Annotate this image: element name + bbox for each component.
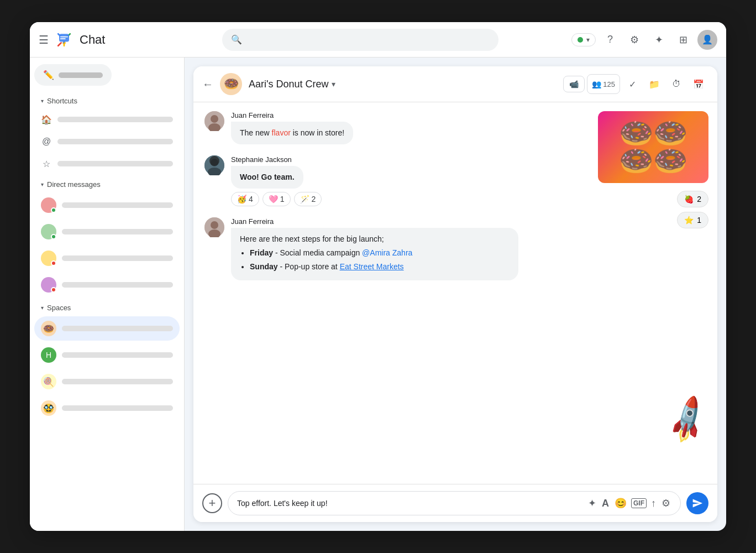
reaction-wand[interactable]: 🪄 2 bbox=[294, 192, 322, 206]
help-icon[interactable]: ? bbox=[600, 30, 620, 50]
chat-header: ← 🍩 Aari's Donut Crew ▾ 📹 👥 125 ✓ bbox=[193, 66, 717, 102]
format-text-icon[interactable]: A bbox=[601, 497, 610, 510]
dm-name-2 bbox=[62, 229, 173, 234]
video-icon: 📹 bbox=[569, 80, 579, 88]
msg-content-2: Stephanie Jackson Woo! Go team. 🥳 4 🩷 bbox=[231, 155, 518, 206]
donut-photo: 🍩🍩🍩🍩 bbox=[598, 111, 708, 183]
settings-icon[interactable]: ⚙ bbox=[624, 30, 644, 50]
space-avatar-h: H bbox=[41, 347, 56, 363]
upload-icon[interactable]: ↑ bbox=[650, 497, 657, 510]
space-item-donuts[interactable]: 🍩 bbox=[34, 316, 180, 341]
reactions-row: 🥳 4 🩷 1 🪄 2 bbox=[231, 192, 518, 206]
space-avatar-donuts: 🍩 bbox=[41, 321, 56, 336]
steps-intro: Here are the next steps for the big laun… bbox=[240, 233, 510, 245]
add-attachment-button[interactable]: + bbox=[202, 493, 222, 513]
heart-emoji: 🩷 bbox=[269, 195, 278, 204]
status-dot bbox=[578, 37, 583, 43]
msg-avatar-stephanie bbox=[204, 155, 224, 175]
dm-item-2[interactable] bbox=[34, 220, 180, 244]
chevron-down-icon: ▾ bbox=[586, 36, 590, 44]
msg-text-before-flavor: The new bbox=[240, 128, 272, 137]
msg-content-1: Juan Ferreira The new flavor is now in s… bbox=[231, 111, 518, 144]
side-reactions: 🍓 2 ⭐ 1 bbox=[677, 191, 708, 228]
space-item-disguise[interactable]: 🥸 bbox=[34, 396, 180, 420]
shortcuts-section-header[interactable]: ▾ Shortcuts bbox=[34, 92, 180, 107]
dm-name-3 bbox=[62, 255, 173, 261]
star-count: 1 bbox=[697, 216, 701, 225]
msg-bubble-1: The new flavor is now in store! bbox=[231, 122, 353, 144]
side-reaction-strawberry[interactable]: 🍓 2 bbox=[677, 191, 708, 207]
msg-content-3: Juan Ferreira Here are the next steps fo… bbox=[231, 217, 518, 280]
notification-badge-2 bbox=[51, 287, 56, 293]
shortcuts-label: Shortcuts bbox=[47, 97, 77, 105]
send-button[interactable] bbox=[686, 492, 708, 514]
space-item-candy[interactable]: 🍭 bbox=[34, 369, 180, 394]
calendar-button[interactable]: 📅 bbox=[689, 74, 708, 94]
space-item-h[interactable]: H bbox=[34, 343, 180, 367]
msg-bubble-2: Woo! Go team. bbox=[231, 166, 303, 189]
back-button[interactable]: ← bbox=[202, 78, 213, 91]
dm-item-3[interactable] bbox=[34, 246, 180, 270]
sidebar: ✏️ ▾ Shortcuts 🏠 @ ☆ ▾ bbox=[30, 58, 185, 531]
amira-mention[interactable]: @Amira Zahra bbox=[362, 248, 412, 257]
messages-area: 🍩🍩🍩🍩 🍓 2 ⭐ 1 bbox=[193, 102, 717, 484]
header-actions: 📹 👥 125 ✓ 📁 ⏱ � bbox=[563, 74, 708, 94]
dm-section-label: Direct messages bbox=[47, 180, 101, 189]
svg-point-12 bbox=[211, 221, 218, 229]
side-reaction-star[interactable]: ⭐ 1 bbox=[677, 212, 708, 228]
chat-panel: ← 🍩 Aari's Donut Crew ▾ 📹 👥 125 ✓ bbox=[193, 66, 717, 522]
search-bar[interactable]: 🔍 bbox=[222, 29, 498, 51]
dm-item-1[interactable] bbox=[34, 193, 180, 217]
top-bar-right: ▾ ? ⚙ ✦ ⊞ 👤 bbox=[571, 30, 717, 50]
home-icon: 🏠 bbox=[41, 114, 52, 125]
chat-name[interactable]: Aari's Donut Crew ▾ bbox=[249, 79, 335, 90]
wand-count: 2 bbox=[312, 195, 316, 204]
new-chat-icon: ✏️ bbox=[43, 70, 54, 80]
reaction-heart[interactable]: 🩷 1 bbox=[262, 192, 291, 206]
strawberry-count: 2 bbox=[697, 195, 701, 204]
input-toolbar: ✦ A 😊 GIF ↑ ⚙ bbox=[587, 496, 671, 510]
emoji-picker-icon[interactable]: 😊 bbox=[613, 496, 628, 510]
dm-item-4[interactable] bbox=[34, 273, 180, 297]
shortcut-home[interactable]: 🏠 bbox=[34, 109, 180, 129]
space-name-candy bbox=[62, 379, 173, 384]
gif-button[interactable]: GIF bbox=[631, 498, 647, 508]
dm-avatar-4 bbox=[41, 277, 56, 293]
wand-emoji: 🪄 bbox=[300, 195, 309, 204]
members-button[interactable]: 👥 125 bbox=[587, 74, 620, 94]
search-input[interactable] bbox=[246, 35, 490, 44]
new-chat-label bbox=[59, 72, 103, 78]
folder-icon: 📁 bbox=[649, 79, 660, 90]
timer-button[interactable]: ⏱ bbox=[666, 74, 686, 94]
grid-icon[interactable]: ⊞ bbox=[673, 30, 693, 50]
chat-name-chevron: ▾ bbox=[332, 80, 335, 88]
more-options-icon[interactable]: ⚙ bbox=[660, 496, 671, 510]
sunday-text: - Pop-up store at bbox=[280, 262, 339, 271]
spaces-section-header[interactable]: ▾ Spaces bbox=[34, 299, 180, 314]
menu-icon[interactable]: ☰ bbox=[39, 33, 49, 46]
dm-section-header[interactable]: ▾ Direct messages bbox=[34, 176, 180, 191]
sparkle-input-icon[interactable]: ✦ bbox=[587, 496, 597, 510]
members-count: 125 bbox=[603, 80, 615, 88]
svg-point-5 bbox=[211, 115, 218, 123]
donut-photo-emoji: 🍩🍩🍩🍩 bbox=[619, 119, 687, 175]
sparkle-icon[interactable]: ✦ bbox=[649, 30, 669, 50]
video-call-button[interactable]: 📹 bbox=[563, 76, 585, 92]
shortcut-starred[interactable]: ☆ bbox=[34, 154, 180, 174]
chat-logo bbox=[54, 30, 74, 50]
user-avatar[interactable]: 👤 bbox=[697, 30, 717, 50]
tasks-button[interactable]: ✓ bbox=[622, 74, 642, 94]
shortcut-mentions[interactable]: @ bbox=[34, 132, 180, 152]
eat-street-link[interactable]: Eat Street Markets bbox=[340, 262, 404, 271]
space-name-h bbox=[62, 352, 173, 358]
svg-point-10 bbox=[209, 156, 219, 166]
new-chat-button[interactable]: ✏️ bbox=[34, 64, 112, 86]
main-content: ✏️ ▾ Shortcuts 🏠 @ ☆ ▾ bbox=[30, 58, 726, 531]
at-icon: @ bbox=[41, 137, 52, 147]
reaction-party[interactable]: 🥳 4 bbox=[231, 192, 259, 206]
files-button[interactable]: 📁 bbox=[644, 74, 664, 94]
message-input[interactable] bbox=[237, 499, 582, 508]
msg-sender-2: Stephanie Jackson bbox=[231, 155, 518, 164]
status-button[interactable]: ▾ bbox=[571, 33, 596, 46]
space-name-donuts bbox=[62, 326, 173, 331]
